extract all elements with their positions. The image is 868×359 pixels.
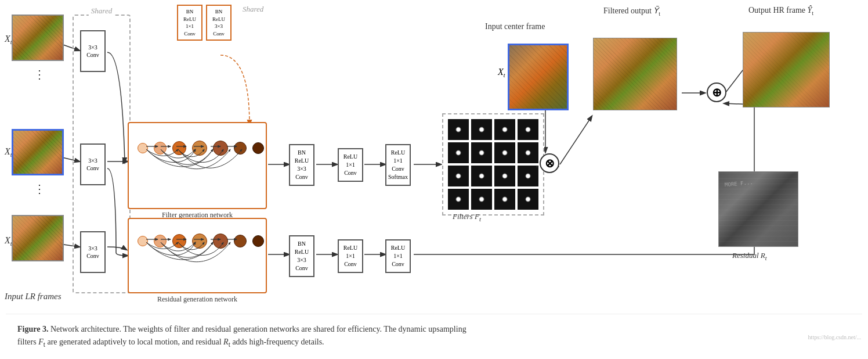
diagram-container: Input LR frames Xt+N Xt Xt-N ⋮ ⋮ Shared …	[0, 0, 868, 314]
multiply-circle: ⊗	[540, 153, 559, 173]
frame-xtminusn	[12, 215, 64, 261]
relu-1x1-softmax: ReLU1×1 ConvSoftmax	[385, 144, 411, 186]
bn-relu-3x3-upper: BNReLU3×3 Conv	[289, 144, 314, 186]
x-t-label: Xt	[5, 146, 12, 158]
filter-cell-5	[448, 142, 469, 163]
conv-block-top: 3×3Conv	[80, 30, 106, 72]
input-center-label: Input center frame	[485, 22, 545, 31]
output-hr-label: Output HR frame Ŷt	[748, 6, 813, 16]
watermark: https://blog.csdn.net/...	[808, 334, 861, 340]
shared-label-2: Shared	[243, 5, 263, 14]
filter-cell-7	[494, 142, 515, 163]
rgn-label: Residual generation network	[157, 295, 237, 304]
output-hr-img	[743, 32, 830, 107]
center-frame-input	[508, 44, 569, 110]
fgn-arrows	[129, 123, 266, 208]
frame-xtplusn	[12, 15, 64, 61]
caption-text: Figure 3. Network architecture. The weig…	[17, 323, 466, 351]
filters-ft-label: Filters Ft	[453, 212, 481, 222]
bn-relu-3x3-lower: BNReLU3×3 Conv	[289, 235, 314, 277]
filtered-output-label: Filtered output Ỹt	[603, 6, 660, 17]
relu-1x1-lower-2: ReLU1×1 Conv	[385, 239, 411, 273]
bn-relu-1x1-box: BNReLU1×1 Conv	[177, 5, 202, 41]
rgn-box: Residual generation network	[128, 218, 267, 293]
filter-cell-2	[471, 119, 492, 140]
dots-top: ⋮	[34, 69, 45, 80]
filter-cell-16	[518, 189, 538, 210]
filter-cell-11	[494, 166, 515, 186]
fgn-box: Filter generation network	[128, 122, 267, 209]
filter-cell-10	[471, 166, 492, 186]
top-bn-boxes: BNReLU1×1 Conv BNReLU3×3 Conv	[177, 5, 232, 41]
filter-cell-3	[494, 119, 515, 140]
frame-xt	[12, 129, 64, 175]
filtered-output-img	[593, 38, 677, 110]
filter-cell-1	[448, 119, 469, 140]
plus-circle: ⊕	[707, 82, 726, 102]
filter-cell-13	[448, 189, 469, 210]
xt-center-label: Xt	[498, 67, 505, 78]
rgn-arrows	[129, 219, 266, 292]
conv-block-mid: 3×3Conv	[80, 143, 106, 185]
residual-label: Residual Rt	[732, 251, 766, 261]
bn-relu-3x3-box: BNReLU3×3 Conv	[206, 5, 232, 41]
filter-cell-14	[471, 189, 492, 210]
filter-cell-4	[518, 119, 538, 140]
filter-cell-6	[471, 142, 492, 163]
residual-img: MORE F...	[718, 171, 798, 247]
dots-bot: ⋮	[34, 183, 45, 195]
shared-label: Shared	[89, 6, 114, 16]
relu-1x1-upper: ReLU1×1 Conv	[338, 148, 363, 182]
svg-line-15	[560, 116, 592, 164]
relu-1x1-lower-1: ReLU1×1 Conv	[338, 239, 363, 273]
input-lr-frames-label: Input LR frames	[5, 292, 62, 301]
filter-cell-15	[494, 189, 515, 210]
caption-area: Figure 3. Network architecture. The weig…	[6, 314, 862, 359]
filter-grid	[442, 113, 544, 216]
conv-block-bot: 3×3Conv	[80, 231, 106, 273]
filter-cell-9	[448, 166, 469, 186]
